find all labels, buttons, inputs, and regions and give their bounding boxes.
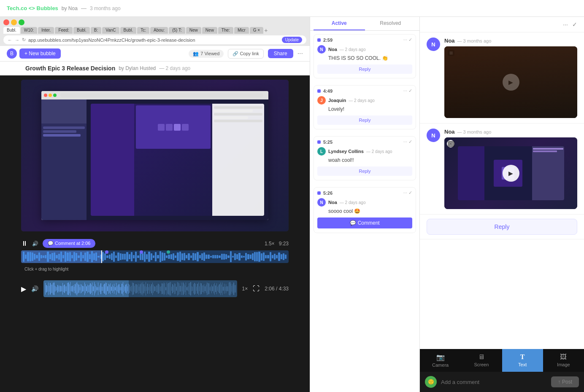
viewed-badge: 👥 7 Viewed <box>189 50 224 58</box>
bottom-bar <box>48 282 49 295</box>
waveform-bar <box>181 253 183 260</box>
comment-timestamp-2: 4:49 ··· ✓ <box>314 86 416 94</box>
copy-link-button[interactable]: 🔗 Copy link <box>228 49 263 59</box>
browser-tab[interactable]: Bubl. <box>73 27 90 34</box>
browser-tab[interactable]: W10: <box>21 27 37 34</box>
comment-marker[interactable] <box>140 250 143 254</box>
browser-tab[interactable]: G × <box>250 27 263 34</box>
bottom-bar <box>59 285 60 292</box>
bottom-bar <box>173 285 174 292</box>
waveform-bar <box>84 252 86 261</box>
update-button[interactable]: Update <box>282 37 302 43</box>
bubble-item-1: N Noa — 3 months ago ⊞ ▶ <box>420 32 584 124</box>
bottom-bar <box>151 284 151 293</box>
refresh-btn[interactable]: ↻ <box>22 37 26 43</box>
embedded-browser <box>41 91 269 220</box>
browser-tab[interactable]: Bubl. <box>120 27 137 34</box>
active-browser-tab[interactable]: Bubl. <box>3 27 20 34</box>
bottom-waveform[interactable]: const bwbars = document.currentScript.pa… <box>43 280 237 297</box>
post-button[interactable]: ↑ Post <box>551 376 579 387</box>
check-btn[interactable]: ✓ <box>572 21 577 28</box>
bottom-play-button[interactable]: ▶ <box>21 285 26 293</box>
browser-tab[interactable]: (5) T: <box>169 27 185 34</box>
back-btn[interactable]: ← <box>8 38 12 43</box>
bottom-bar <box>124 287 125 290</box>
browser-tab[interactable]: Abou: <box>150 27 168 34</box>
reply-button-3[interactable]: Reply <box>317 166 412 176</box>
waveform-bar <box>160 251 161 262</box>
close-btn[interactable] <box>3 19 9 25</box>
comment-at-button[interactable]: 💬 Comment at 2:06 <box>43 239 95 248</box>
waveform-bar <box>122 254 124 260</box>
timestamp-more[interactable]: ··· ✓ <box>403 190 412 196</box>
share-button[interactable]: Share <box>268 49 293 58</box>
bottom-bar <box>110 283 111 294</box>
timestamp-more[interactable]: ··· ✓ <box>403 139 412 145</box>
reply-button-1[interactable]: Reply <box>317 64 412 74</box>
waveform-bar <box>73 252 75 261</box>
new-bubble-button[interactable]: + New bubble <box>19 48 61 59</box>
comment-input[interactable] <box>441 379 547 385</box>
comment-author: Lyndsey Collins <box>328 149 364 154</box>
reply-button-2[interactable]: Reply <box>317 115 412 125</box>
fullscreen-button[interactable]: ⛶ <box>253 285 260 293</box>
comment-age: — 2 days ago <box>340 200 366 205</box>
browser-tab[interactable]: Feed: <box>55 27 73 34</box>
reply-big-button[interactable]: Reply <box>427 219 577 235</box>
top-bar-time: 3 months ago <box>90 5 121 11</box>
waveform-bar <box>146 254 148 260</box>
browser-tab[interactable]: B: <box>91 27 101 34</box>
browser-tab[interactable]: New <box>202 27 217 34</box>
browser-tab[interactable]: Inter. <box>38 27 54 34</box>
browser-tab[interactable]: Micr <box>234 27 249 34</box>
waveform[interactable]: // Generate waveform bars const bars = d… <box>21 250 289 263</box>
comment-author-row: N Noa — 2 days ago <box>317 198 412 207</box>
tab-camera[interactable]: 📷 Camera <box>420 349 461 372</box>
speed-label: 1.5× <box>265 241 275 247</box>
bubble-video-1[interactable]: ⊞ ▶ <box>444 46 577 118</box>
browser-tab[interactable]: VanC <box>102 27 119 34</box>
bottom-bar <box>57 285 58 293</box>
maximize-btn[interactable] <box>19 19 24 25</box>
browser-tab[interactable]: Tc: <box>137 27 149 34</box>
tab-text[interactable]: T Text <box>502 349 543 372</box>
main-layout: Bubl. W10: Inter. Feed: Bubl. B: VanC Bu… <box>0 17 584 392</box>
waveform-bar <box>106 255 108 258</box>
browser-tab[interactable]: New <box>186 27 201 34</box>
bubble-video-2[interactable]: ✕ ⊞ <box>444 137 577 209</box>
more-options-btn[interactable]: ··· <box>563 21 568 28</box>
bubble-author-2: Noa <box>444 129 455 135</box>
timestamp-more[interactable]: ··· ✓ <box>403 37 412 43</box>
waveform-bar <box>115 255 117 258</box>
bottom-bar <box>59 286 59 291</box>
bottom-bar <box>225 287 225 291</box>
tab-active[interactable]: Active <box>314 17 365 30</box>
comment-item-3: L Lyndsey Collins — 2 days ago woah cool… <box>314 145 416 180</box>
tab-image[interactable]: 🖼 Image <box>543 349 584 372</box>
play-pause-button[interactable]: ⏸ <box>21 240 28 247</box>
comments-list: 2:59 ··· ✓ N Noa — 2 days ago THIS IS SO… <box>310 31 419 392</box>
comment-button-4[interactable]: 💬 Comment <box>317 217 412 228</box>
comment-marker[interactable] <box>105 250 108 254</box>
tab-resolved[interactable]: Resolved <box>365 17 416 30</box>
bottom-bar <box>194 283 195 295</box>
play-button-2[interactable]: ▶ <box>503 165 519 182</box>
forward-btn[interactable]: → <box>15 38 19 43</box>
bottom-bar <box>210 287 210 291</box>
bottom-volume-button[interactable]: 🔊 <box>31 285 38 292</box>
more-options-button[interactable]: ··· <box>297 50 303 57</box>
waveform-bar <box>25 255 27 259</box>
volume-button[interactable]: 🔊 <box>32 241 38 247</box>
tab-screen[interactable]: 🖥 Screen <box>461 349 502 372</box>
page-title-bar: Growth Epic 3 Release Decision by Dylan … <box>0 62 310 75</box>
url-bar[interactable]: app.usebubbles.com/tvp1yasNzoNCr4PmkzzCH… <box>28 38 279 43</box>
new-tab-btn[interactable]: + <box>264 27 268 34</box>
timestamp-more[interactable]: ··· ✓ <box>403 88 412 94</box>
bottom-bar <box>88 285 89 292</box>
comment-marker[interactable] <box>167 250 170 254</box>
inner-sidebar <box>91 104 134 216</box>
waveform-bar <box>184 253 185 260</box>
waveform-bar <box>265 255 267 258</box>
browser-tab[interactable]: The: <box>218 27 233 34</box>
minimize-btn[interactable] <box>11 19 17 25</box>
